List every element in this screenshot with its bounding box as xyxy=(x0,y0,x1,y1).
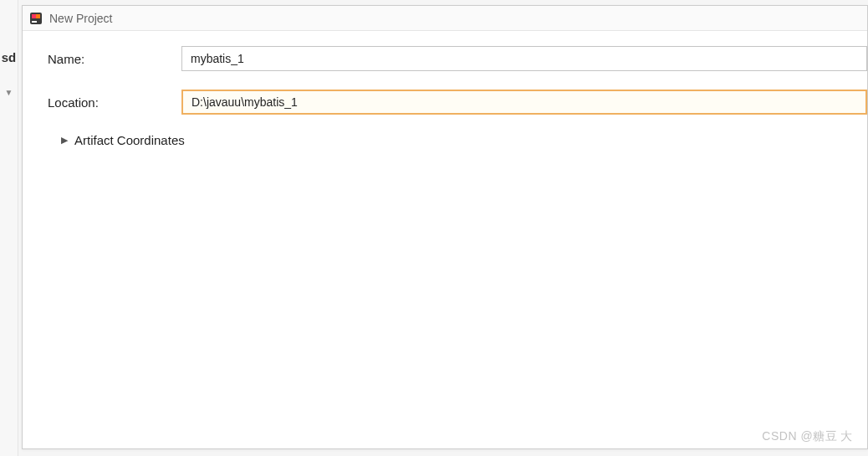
location-label: Location: xyxy=(48,95,181,110)
new-project-dialog: New Project Name: Location: ▶ Artifact C… xyxy=(22,5,868,449)
left-sidebar-strip: sd ▼ xyxy=(0,0,18,456)
form-area: Name: Location: ▶ Artifact Coordinates xyxy=(23,31,867,448)
dialog-title: New Project xyxy=(49,12,112,25)
name-row: Name: xyxy=(48,46,867,71)
svg-rect-2 xyxy=(36,14,40,18)
artifact-coordinates-label: Artifact Coordinates xyxy=(74,133,185,147)
artifact-coordinates-expander[interactable]: ▶ Artifact Coordinates xyxy=(48,133,867,147)
name-input[interactable] xyxy=(181,46,867,71)
svg-rect-1 xyxy=(32,14,36,18)
chevron-right-icon: ▶ xyxy=(61,135,68,146)
location-input[interactable] xyxy=(181,90,867,115)
intellij-icon xyxy=(29,12,43,25)
collapse-triangle-icon[interactable]: ▼ xyxy=(5,88,13,97)
svg-rect-3 xyxy=(32,21,37,23)
name-label: Name: xyxy=(48,52,181,66)
sidebar-text: sd xyxy=(2,50,17,64)
dialog-titlebar: New Project xyxy=(23,6,867,31)
location-row: Location: xyxy=(48,90,867,115)
